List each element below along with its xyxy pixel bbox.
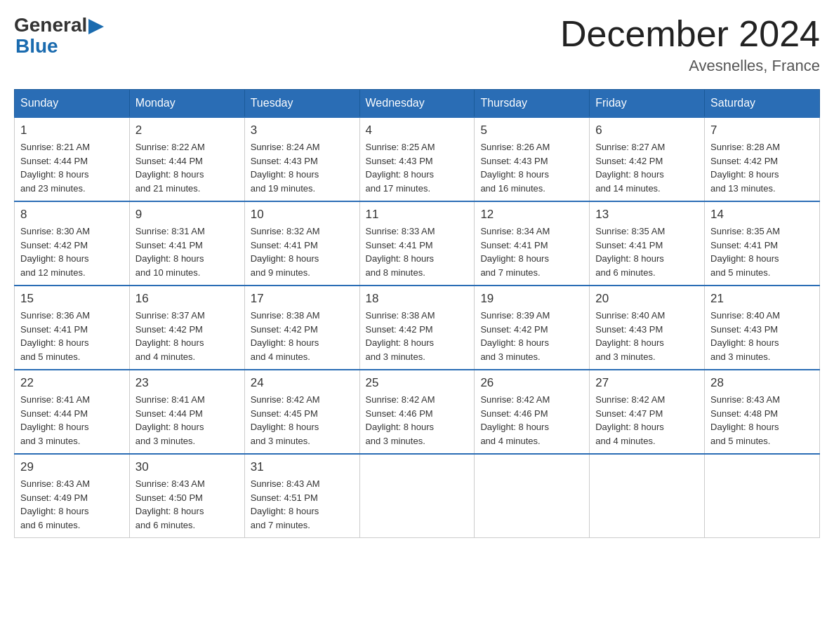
- day-info: Sunrise: 8:33 AMSunset: 4:41 PMDaylight:…: [366, 224, 469, 279]
- day-number: 12: [480, 208, 583, 222]
- calendar-cell: 1 Sunrise: 8:21 AMSunset: 4:44 PMDayligh…: [15, 117, 130, 201]
- calendar-cell: 12 Sunrise: 8:34 AMSunset: 4:41 PMDaylig…: [475, 201, 590, 286]
- day-info: Sunrise: 8:21 AMSunset: 4:44 PMDaylight:…: [20, 140, 124, 195]
- calendar-cell: 21 Sunrise: 8:40 AMSunset: 4:43 PMDaylig…: [705, 286, 820, 370]
- location-title: Avesnelles, France: [560, 57, 820, 75]
- calendar-cell: [475, 454, 590, 538]
- day-number: 14: [710, 208, 814, 222]
- calendar-cell: 28 Sunrise: 8:43 AMSunset: 4:48 PMDaylig…: [705, 370, 820, 454]
- day-info: Sunrise: 8:43 AMSunset: 4:50 PMDaylight:…: [135, 477, 239, 532]
- day-info: Sunrise: 8:42 AMSunset: 4:46 PMDaylight:…: [480, 393, 583, 448]
- weekday-header-tuesday: Tuesday: [244, 90, 359, 118]
- weekday-header-wednesday: Wednesday: [359, 90, 475, 118]
- day-info: Sunrise: 8:42 AMSunset: 4:46 PMDaylight:…: [366, 393, 469, 448]
- day-number: 6: [595, 123, 699, 137]
- week-row-5: 29 Sunrise: 8:43 AMSunset: 4:49 PMDaylig…: [15, 454, 820, 538]
- calendar-cell: 26 Sunrise: 8:42 AMSunset: 4:46 PMDaylig…: [475, 370, 590, 454]
- day-number: 17: [251, 292, 354, 306]
- calendar-table: SundayMondayTuesdayWednesdayThursdayFrid…: [14, 89, 820, 538]
- day-info: Sunrise: 8:40 AMSunset: 4:43 PMDaylight:…: [710, 309, 814, 363]
- day-number: 18: [366, 292, 469, 306]
- calendar-cell: [359, 454, 475, 538]
- logo-blue-text: Blue: [15, 35, 58, 57]
- day-number: 23: [135, 376, 239, 390]
- day-info: Sunrise: 8:41 AMSunset: 4:44 PMDaylight:…: [20, 393, 124, 448]
- svg-marker-0: [88, 19, 104, 34]
- day-info: Sunrise: 8:35 AMSunset: 4:41 PMDaylight:…: [710, 224, 814, 279]
- calendar-cell: 9 Sunrise: 8:31 AMSunset: 4:41 PMDayligh…: [129, 201, 244, 286]
- calendar-cell: 24 Sunrise: 8:42 AMSunset: 4:45 PMDaylig…: [244, 370, 359, 454]
- calendar-cell: 7 Sunrise: 8:28 AMSunset: 4:42 PMDayligh…: [705, 117, 820, 201]
- calendar-cell: 22 Sunrise: 8:41 AMSunset: 4:44 PMDaylig…: [15, 370, 130, 454]
- day-number: 3: [251, 123, 354, 137]
- day-number: 24: [251, 376, 354, 390]
- day-info: Sunrise: 8:27 AMSunset: 4:42 PMDaylight:…: [595, 140, 699, 195]
- day-number: 29: [20, 460, 124, 474]
- calendar-cell: 31 Sunrise: 8:43 AMSunset: 4:51 PMDaylig…: [244, 454, 359, 538]
- day-number: 4: [366, 123, 469, 137]
- day-number: 22: [20, 376, 124, 390]
- day-info: Sunrise: 8:43 AMSunset: 4:49 PMDaylight:…: [20, 477, 124, 532]
- day-info: Sunrise: 8:40 AMSunset: 4:43 PMDaylight:…: [595, 309, 699, 363]
- calendar-cell: 25 Sunrise: 8:42 AMSunset: 4:46 PMDaylig…: [359, 370, 475, 454]
- weekday-header-sunday: Sunday: [15, 90, 130, 118]
- day-info: Sunrise: 8:35 AMSunset: 4:41 PMDaylight:…: [595, 224, 699, 279]
- day-number: 15: [20, 292, 124, 306]
- calendar-cell: 4 Sunrise: 8:25 AMSunset: 4:43 PMDayligh…: [359, 117, 475, 201]
- day-number: 13: [595, 208, 699, 222]
- day-info: Sunrise: 8:37 AMSunset: 4:42 PMDaylight:…: [135, 309, 239, 363]
- day-info: Sunrise: 8:24 AMSunset: 4:43 PMDaylight:…: [251, 140, 354, 195]
- calendar-cell: 30 Sunrise: 8:43 AMSunset: 4:50 PMDaylig…: [129, 454, 244, 538]
- day-info: Sunrise: 8:38 AMSunset: 4:42 PMDaylight:…: [366, 309, 469, 363]
- day-info: Sunrise: 8:25 AMSunset: 4:43 PMDaylight:…: [366, 140, 469, 195]
- calendar-cell: 11 Sunrise: 8:33 AMSunset: 4:41 PMDaylig…: [359, 201, 475, 286]
- day-number: 2: [135, 123, 239, 137]
- day-number: 1: [20, 123, 124, 137]
- day-number: 27: [595, 376, 699, 390]
- weekday-header-monday: Monday: [129, 90, 244, 118]
- day-number: 26: [480, 376, 583, 390]
- day-info: Sunrise: 8:42 AMSunset: 4:45 PMDaylight:…: [251, 393, 354, 448]
- month-title: December 2024: [560, 14, 820, 54]
- weekday-header-friday: Friday: [590, 90, 705, 118]
- day-number: 16: [135, 292, 239, 306]
- day-info: Sunrise: 8:38 AMSunset: 4:42 PMDaylight:…: [251, 309, 354, 363]
- calendar-cell: 29 Sunrise: 8:43 AMSunset: 4:49 PMDaylig…: [15, 454, 130, 538]
- day-info: Sunrise: 8:42 AMSunset: 4:47 PMDaylight:…: [595, 393, 699, 448]
- day-info: Sunrise: 8:43 AMSunset: 4:48 PMDaylight:…: [710, 393, 814, 448]
- logo: General Blue: [14, 14, 104, 58]
- day-info: Sunrise: 8:43 AMSunset: 4:51 PMDaylight:…: [251, 477, 354, 532]
- day-info: Sunrise: 8:22 AMSunset: 4:44 PMDaylight:…: [135, 140, 239, 195]
- logo-general-text: General: [14, 14, 87, 36]
- day-info: Sunrise: 8:31 AMSunset: 4:41 PMDaylight:…: [135, 224, 239, 279]
- day-info: Sunrise: 8:34 AMSunset: 4:41 PMDaylight:…: [480, 224, 583, 279]
- day-info: Sunrise: 8:41 AMSunset: 4:44 PMDaylight:…: [135, 393, 239, 448]
- day-number: 30: [135, 460, 239, 474]
- weekday-header-row: SundayMondayTuesdayWednesdayThursdayFrid…: [15, 90, 820, 118]
- calendar-cell: 19 Sunrise: 8:39 AMSunset: 4:42 PMDaylig…: [475, 286, 590, 370]
- calendar-cell: 18 Sunrise: 8:38 AMSunset: 4:42 PMDaylig…: [359, 286, 475, 370]
- week-row-2: 8 Sunrise: 8:30 AMSunset: 4:42 PMDayligh…: [15, 201, 820, 286]
- calendar-cell: 2 Sunrise: 8:22 AMSunset: 4:44 PMDayligh…: [129, 117, 244, 201]
- day-info: Sunrise: 8:30 AMSunset: 4:42 PMDaylight:…: [20, 224, 124, 279]
- day-info: Sunrise: 8:36 AMSunset: 4:41 PMDaylight:…: [20, 309, 124, 363]
- day-number: 11: [366, 208, 469, 222]
- day-number: 8: [20, 208, 124, 222]
- calendar-cell: 8 Sunrise: 8:30 AMSunset: 4:42 PMDayligh…: [15, 201, 130, 286]
- calendar-cell: 10 Sunrise: 8:32 AMSunset: 4:41 PMDaylig…: [244, 201, 359, 286]
- page-header: General Blue December 2024 Avesnelles, F…: [14, 14, 820, 75]
- calendar-cell: [590, 454, 705, 538]
- calendar-cell: 5 Sunrise: 8:26 AMSunset: 4:43 PMDayligh…: [475, 117, 590, 201]
- day-info: Sunrise: 8:32 AMSunset: 4:41 PMDaylight:…: [251, 224, 354, 279]
- day-number: 10: [251, 208, 354, 222]
- calendar-cell: 16 Sunrise: 8:37 AMSunset: 4:42 PMDaylig…: [129, 286, 244, 370]
- day-number: 5: [480, 123, 583, 137]
- day-number: 19: [480, 292, 583, 306]
- calendar-cell: 13 Sunrise: 8:35 AMSunset: 4:41 PMDaylig…: [590, 201, 705, 286]
- calendar-cell: 6 Sunrise: 8:27 AMSunset: 4:42 PMDayligh…: [590, 117, 705, 201]
- calendar-cell: 20 Sunrise: 8:40 AMSunset: 4:43 PMDaylig…: [590, 286, 705, 370]
- calendar-cell: 17 Sunrise: 8:38 AMSunset: 4:42 PMDaylig…: [244, 286, 359, 370]
- calendar-cell: 15 Sunrise: 8:36 AMSunset: 4:41 PMDaylig…: [15, 286, 130, 370]
- day-number: 21: [710, 292, 814, 306]
- calendar-cell: 23 Sunrise: 8:41 AMSunset: 4:44 PMDaylig…: [129, 370, 244, 454]
